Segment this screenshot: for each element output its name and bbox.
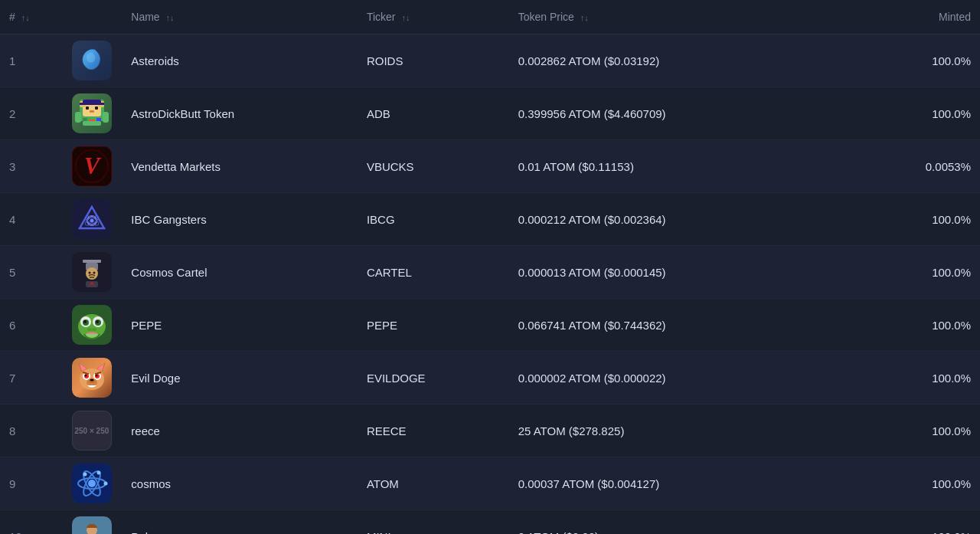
table-row[interactable]: 7 — [0, 352, 980, 405]
row-ticker: PEPE — [358, 299, 509, 352]
row-price: 0.002862 ATOM ($0.03192) — [509, 34, 845, 87]
table-row[interactable]: 9 cosmos ATOM 0.00037 ATOM ($0.004127) 1… — [0, 457, 980, 510]
row-icon-cell — [67, 352, 122, 405]
table-row[interactable]: 8 250 × 250 reece REECE 25 ATOM ($278.82… — [0, 405, 980, 457]
col-icon-header — [67, 0, 122, 34]
table-row[interactable]: 6 PEPE PEPE — [0, 299, 980, 352]
row-num: 10 — [0, 510, 67, 535]
token-icon — [72, 516, 112, 534]
token-icon — [72, 41, 112, 80]
row-num: 6 — [0, 299, 67, 352]
row-price: 0.000212 ATOM ($0.002364) — [509, 193, 845, 246]
svg-point-29 — [88, 272, 90, 274]
row-num: 2 — [0, 87, 67, 140]
row-minted: 100.0% — [845, 405, 980, 457]
col-ticker-label: Ticker — [367, 11, 396, 23]
row-ticker: CARTEL — [358, 246, 509, 299]
svg-point-65 — [83, 473, 87, 477]
col-price-sort-icon: ↑↓ — [580, 13, 589, 22]
row-ticker: MINI — [358, 510, 509, 535]
row-ticker: EVILDOGE — [358, 352, 509, 405]
col-name-header[interactable]: Name ↑↓ — [122, 0, 358, 34]
table-row[interactable]: 2 — [0, 87, 980, 140]
col-ticker-header[interactable]: Ticker ↑↓ — [358, 0, 509, 34]
svg-rect-15 — [80, 103, 104, 105]
row-price: 0.000002 ATOM ($0.000022) — [509, 352, 845, 405]
svg-point-59 — [88, 480, 96, 487]
svg-rect-26 — [83, 260, 101, 263]
row-minted: 0.0053% — [845, 140, 980, 193]
row-name: Pele — [122, 510, 358, 535]
col-price-header[interactable]: Token Price ↑↓ — [509, 0, 845, 34]
svg-point-30 — [93, 272, 95, 274]
row-price: 0.01 ATOM ($0.11153) — [509, 140, 845, 193]
row-name: Evil Doge — [122, 352, 358, 405]
row-num: 5 — [0, 246, 67, 299]
row-num: 1 — [0, 34, 67, 87]
row-name: Vendetta Markets — [122, 140, 358, 193]
row-num: 3 — [0, 140, 67, 193]
col-minted-header[interactable]: Minted — [845, 0, 980, 34]
row-num: 9 — [0, 457, 67, 510]
row-icon-cell — [67, 510, 122, 535]
row-name: PEPE — [122, 299, 358, 352]
row-price: 0.000013 ATOM ($0.000145) — [509, 246, 845, 299]
row-num: 4 — [0, 193, 67, 246]
row-minted: 100.0% — [845, 34, 980, 87]
table-row[interactable]: 5 Cosmos Cartel — [0, 246, 980, 299]
row-minted: 100.0% — [845, 193, 980, 246]
row-price: 0.066741 ATOM ($0.744362) — [509, 299, 845, 352]
svg-point-40 — [96, 320, 99, 323]
row-price: 0.00037 ATOM ($0.004127) — [509, 457, 845, 510]
table-row[interactable]: 4 IBC Gangsters IBCG 0.000212 ATOM ($0.0… — [0, 193, 980, 246]
token-icon — [72, 358, 112, 398]
row-name: cosmos — [122, 457, 358, 510]
row-icon-cell: V — [67, 140, 122, 193]
row-name: reece — [122, 405, 358, 457]
token-table: # ↑↓ Name ↑↓ Ticker ↑↓ Token Price ↑↓ Mi… — [0, 0, 980, 534]
token-icon: V — [72, 146, 112, 186]
svg-rect-10 — [96, 118, 101, 121]
row-ticker: ROIDS — [358, 34, 509, 87]
token-icon — [72, 199, 112, 239]
col-minted-label: Minted — [939, 11, 971, 23]
row-icon-cell — [67, 193, 122, 246]
row-ticker: ATOM — [358, 457, 509, 510]
row-icon-cell — [67, 34, 122, 87]
token-icon — [72, 305, 112, 345]
row-ticker: VBUCKS — [358, 140, 509, 193]
svg-rect-13 — [103, 112, 109, 123]
svg-rect-5 — [86, 106, 89, 110]
col-name-label: Name — [131, 11, 159, 23]
token-icon: 250 × 250 — [72, 411, 112, 450]
row-icon-cell: 250 × 250 — [67, 405, 122, 457]
row-name: Asteroids — [122, 34, 358, 87]
row-price: 25 ATOM ($278.825) — [509, 405, 845, 457]
row-minted: 100.0% — [845, 510, 980, 535]
row-minted: 100.0% — [845, 457, 980, 510]
svg-rect-12 — [75, 112, 81, 123]
svg-point-64 — [96, 471, 100, 475]
svg-rect-6 — [95, 106, 98, 110]
svg-point-57 — [90, 379, 93, 382]
svg-text:V: V — [84, 153, 102, 179]
row-ticker: IBCG — [358, 193, 509, 246]
col-ticker-sort-icon: ↑↓ — [401, 13, 410, 22]
table-row[interactable]: 10 — [0, 510, 980, 535]
svg-point-54 — [95, 375, 97, 377]
token-icon — [72, 93, 112, 133]
row-num: 8 — [0, 405, 67, 457]
col-num-header[interactable]: # ↑↓ — [0, 0, 67, 34]
svg-rect-7 — [90, 110, 94, 113]
table-row[interactable]: 1 Asteroids ROIDS 0.002862 ATOM ($0.0319… — [0, 34, 980, 87]
row-name: AstroDickButt Token — [122, 87, 358, 140]
table-row[interactable]: 3 V Vendetta Markets VBUCKS 0.01 ATOM ($… — [0, 140, 980, 193]
row-minted: 100.0% — [845, 299, 980, 352]
row-icon-cell — [67, 246, 122, 299]
row-num: 7 — [0, 352, 67, 405]
row-icon-cell — [67, 457, 122, 510]
row-ticker: ADB — [358, 87, 509, 140]
svg-rect-11 — [83, 121, 101, 126]
svg-rect-8 — [83, 118, 87, 121]
col-price-label: Token Price — [518, 11, 574, 23]
